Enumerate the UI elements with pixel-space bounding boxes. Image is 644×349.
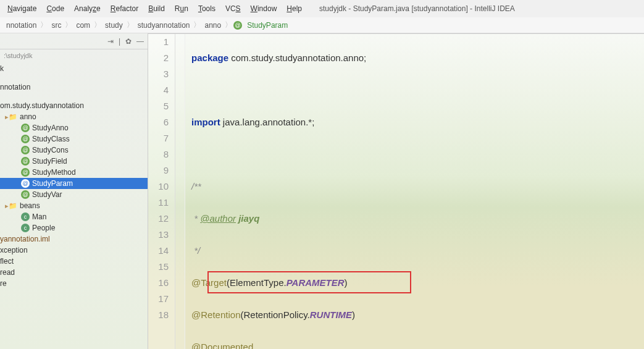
window-title: studyjdk - StudyParam.java [studyannotat…: [319, 4, 515, 13]
project-tree: k nnotation om.study.studyannotation ▸📁a…: [0, 62, 148, 290]
breadcrumb: nnotation〉 src〉 com〉 study〉 studyannotat…: [0, 17, 644, 33]
menu-code[interactable]: Code: [41, 2, 69, 15]
gutter-marks: [175, 34, 185, 349]
hide-icon[interactable]: —: [136, 37, 144, 46]
folder-icon: ▸📁: [5, 113, 17, 121]
menu-build[interactable]: Build: [143, 2, 170, 15]
highlight-box: [207, 271, 411, 293]
crumb-com[interactable]: com: [73, 20, 93, 31]
annotation-icon: @: [21, 146, 30, 154]
tree-tail-1[interactable]: flect: [0, 256, 148, 267]
annotation-icon: @: [21, 135, 30, 143]
annotation-icon: @: [21, 179, 30, 188]
menu-refactor[interactable]: Refactor: [106, 2, 143, 15]
menu-tools[interactable]: Tools: [193, 2, 220, 15]
sidebar-toolbar: ⇥ | ✿ —: [0, 33, 148, 49]
tree-item-man[interactable]: cMan: [0, 211, 148, 222]
menu-analyze[interactable]: Analyze: [69, 2, 106, 15]
collapse-icon[interactable]: ⇥: [107, 37, 114, 46]
tree-item-studyparam[interactable]: @StudyParam: [0, 178, 148, 189]
tree-item-studyfield[interactable]: @StudyField: [0, 156, 148, 167]
menu-help[interactable]: Help: [282, 2, 307, 15]
crumb-study[interactable]: study: [102, 20, 125, 31]
tree-tail-3[interactable]: re: [0, 278, 148, 289]
tree-pkg-hdr[interactable]: nnotation: [0, 82, 148, 93]
tree-iml[interactable]: yannotation.iml: [0, 233, 148, 245]
tree-item-studyclass[interactable]: @StudyClass: [0, 133, 148, 145]
crumb-root[interactable]: nnotation: [4, 20, 39, 31]
tree-item-studyvar[interactable]: @StudyVar: [0, 189, 148, 200]
menu-bar: Navigate Code Analyze Refactor Build Run…: [0, 0, 644, 17]
line-gutter: 123456789101112131415161718: [148, 34, 175, 349]
crumb-anno[interactable]: anno: [202, 20, 224, 31]
project-sidebar: ⇥ | ✿ — :\studyjdk k nnotation om.study.…: [0, 33, 148, 349]
gear-icon[interactable]: ✿: [125, 37, 132, 46]
annotation-icon: @: [233, 21, 242, 30]
menu-navigate[interactable]: Navigate: [2, 2, 41, 15]
tree-dir-beans[interactable]: ▸📁beans: [0, 200, 148, 211]
menu-run[interactable]: Run: [170, 2, 193, 15]
tree-root[interactable]: k: [0, 63, 148, 74]
menu-vcs[interactable]: VCS: [220, 2, 246, 15]
tree-item-studyanno[interactable]: @StudyAnno: [0, 122, 148, 133]
tree-tail-2[interactable]: read: [0, 267, 148, 278]
tree-dir-anno[interactable]: ▸📁anno: [0, 111, 148, 122]
class-icon: c: [21, 212, 30, 221]
tree-item-studycons[interactable]: @StudyCons: [0, 145, 148, 156]
crumb-src[interactable]: src: [49, 20, 64, 31]
crumb-current[interactable]: StudyParam: [245, 20, 290, 31]
tree-tail-0[interactable]: xception: [0, 245, 148, 256]
crumb-pkg[interactable]: studyannotation: [135, 20, 193, 31]
annotation-icon: @: [21, 190, 30, 199]
project-path: :\studyjdk: [0, 49, 148, 62]
folder-icon: ▸📁: [5, 202, 17, 210]
annotation-icon: @: [21, 157, 30, 166]
menu-window[interactable]: Window: [246, 2, 282, 15]
code-editor[interactable]: 123456789101112131415161718 package com.…: [148, 34, 644, 349]
divider: |: [119, 37, 120, 46]
annotation-icon: @: [21, 124, 30, 132]
tree-item-studymethod[interactable]: @StudyMethod: [0, 167, 148, 178]
tree-item-people[interactable]: cPeople: [0, 222, 148, 233]
editor-area: cPeople.java✕ cMan.java✕ @StudyAnno.java…: [148, 33, 644, 349]
annotation-icon: @: [21, 168, 30, 177]
tree-pkg[interactable]: om.study.studyannotation: [0, 100, 148, 111]
class-icon: c: [21, 224, 30, 232]
source-text[interactable]: package com.study.studyannotation.anno; …: [185, 34, 644, 349]
